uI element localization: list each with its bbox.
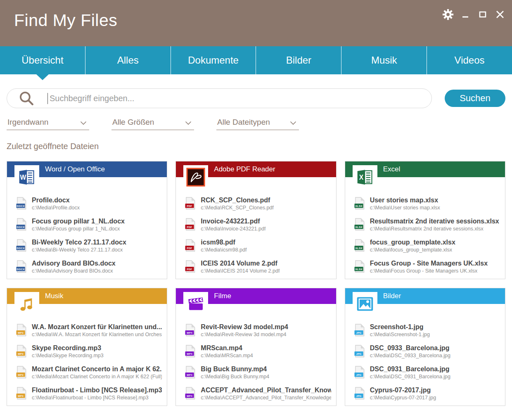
docx-file-icon: DOCX	[16, 260, 27, 273]
file-name: Bi-Weekly Telco 27.11.17.docx	[32, 238, 126, 247]
file-name: Invoice-243221.pdf	[201, 217, 265, 225]
tab-uebersicht[interactable]: Übersicht	[0, 46, 85, 74]
list-item[interactable]: MP3 Mozart Clarinet Concerto in A major …	[16, 362, 162, 383]
list-item[interactable]: PDF icsm98.pdfc:\Media\icsm98.pdf	[185, 235, 331, 256]
file-path: c:\Media\Cyprus-07-2017.jpg	[370, 394, 436, 401]
file-name: Focus group pillar 1_NL.docx	[32, 217, 125, 225]
svg-text:XLSX: XLSX	[355, 204, 363, 207]
list-item[interactable]: MP3 W.A. Mozart Konzert für Klarinetten …	[16, 320, 162, 341]
card-title: Bilder	[383, 288, 401, 304]
film-app-box	[183, 292, 208, 316]
music-note-icon	[18, 295, 36, 313]
file-list: MP4 Revit-Review 3d model.mp4c:\Media\Re…	[185, 320, 331, 404]
svg-text:MP3: MP3	[18, 331, 24, 334]
list-item[interactable]: DOCX Focus group pillar 1_NL.docxc:\Medi…	[16, 214, 162, 235]
filter-date-dropdown[interactable]: Irgendwann	[7, 116, 89, 130]
file-path: c:\Media\Big Buck Bunny.mp4	[201, 373, 269, 380]
minimize-button[interactable]	[459, 8, 472, 21]
card-title: Excel	[383, 161, 401, 177]
list-item[interactable]: MP4 ACCEPT_Advanced_Pilot_Transfer_Knowl…	[185, 383, 331, 404]
list-item[interactable]: PDF Invoice-243221.pdfc:\Media\Invoice-2…	[185, 214, 331, 235]
file-name: Focus Group - Site Managers UK.xlsx	[370, 259, 488, 268]
file-path: c:\Media\ACCEPT_Advanced_Pilot_Transfer_…	[201, 394, 331, 401]
card-musik: Musik MP3 W.A. Mozart Konzert für Klarin…	[7, 288, 167, 406]
list-item[interactable]: JPG Screenshot-1.jpgc:\Media\Screenshot-…	[354, 320, 500, 341]
svg-text:MP3: MP3	[18, 373, 24, 376]
file-path: c:\Media\Revit-Review 3d model.mp4	[201, 331, 288, 338]
list-item[interactable]: MP4 Big Buck Bunny.mp4c:\Media\Big Buck …	[185, 362, 331, 383]
file-path: c:\Media\Focus group pillar 1_NL.docx	[32, 225, 125, 232]
tab-bar: Übersicht Alles Dokumente Bilder Musik V…	[0, 46, 512, 74]
list-item[interactable]: XLSX Focus Group - Site Managers UK.xlsx…	[354, 256, 500, 277]
list-item[interactable]: PDF ICEIS 2014 Volume 2.pdfc:\Media\ICEI…	[185, 256, 331, 277]
tab-label: Alles	[117, 55, 139, 66]
file-path: c:\Media\icsm98.pdf	[201, 247, 247, 253]
file-name: Floatinurboat - Limbo [NCS Release].mp3	[32, 386, 162, 394]
svg-text:MP4: MP4	[187, 373, 193, 376]
close-button[interactable]	[494, 8, 506, 21]
file-name: Revit-Review 3d model.mp4	[201, 323, 288, 331]
docx-file-icon: DOCX	[16, 218, 27, 231]
svg-text:JPG: JPG	[356, 373, 361, 376]
search-input[interactable]	[48, 94, 431, 103]
jpg-file-icon: JPG	[354, 387, 365, 400]
title-bar: Find My Files	[0, 0, 512, 46]
file-name: DSC_0931_Barcelona.jpg	[370, 365, 450, 373]
file-list: JPG Screenshot-1.jpgc:\Media\Screenshot-…	[354, 320, 500, 404]
minimize-icon	[461, 10, 470, 19]
tab-label: Übersicht	[21, 55, 63, 66]
tab-videos[interactable]: Videos	[427, 46, 512, 74]
mp3-file-icon: MP3	[16, 365, 27, 379]
pdf-file-icon: PDF	[185, 260, 196, 273]
file-list: DOCX Profile.docxc:\Media\Profile.docx D…	[16, 193, 162, 277]
list-item[interactable]: JPG Cyprus-07-2017.jpgc:\Media\Cyprus-07…	[354, 383, 500, 404]
svg-text:DOCX: DOCX	[17, 225, 25, 228]
file-name: Big Buck Bunny.mp4	[201, 365, 269, 373]
filter-type-dropdown[interactable]: Alle Dateitypen	[216, 116, 299, 130]
file-name: MRScan.mp4	[201, 344, 253, 352]
list-item[interactable]: MP4 Revit-Review 3d model.mp4c:\Media\Re…	[185, 320, 331, 341]
mp4-file-icon: MP4	[185, 344, 196, 358]
list-item[interactable]: MP3 Skype Recording.mp3c:\Media\Skype Re…	[16, 341, 162, 362]
file-path: c:\Media\Bi-Weekly Telco 27.11.17.docx	[32, 247, 126, 253]
tab-alles[interactable]: Alles	[85, 46, 171, 74]
file-name: DSC_0933_Barcelona.jpg	[370, 344, 450, 352]
list-item[interactable]: XLSX focus_group_template.xlsxc:\Media\f…	[354, 235, 500, 256]
list-item[interactable]: DOCX Profile.docxc:\Media\Profile.docx	[16, 193, 162, 214]
mp3-file-icon: MP3	[16, 344, 27, 358]
list-item[interactable]: XLSX User stories map.xlsxc:\Media\User …	[354, 193, 500, 214]
docx-file-icon: DOCX	[16, 197, 27, 210]
maximize-button[interactable]	[476, 8, 489, 21]
list-item[interactable]: MP3 Floatinurboat - Limbo [NCS Release].…	[16, 383, 162, 404]
file-path: c:\Media\Profile.docx	[32, 204, 80, 211]
word-icon: W	[18, 168, 36, 186]
search-button[interactable]: Suchen	[445, 90, 505, 107]
mp4-file-icon: MP4	[185, 365, 196, 379]
list-item[interactable]: PDF RCK_SCP_Clones.pdfc:\Media\RCK_SCP_C…	[185, 193, 331, 214]
tab-musik[interactable]: Musik	[341, 46, 427, 74]
tab-label: Videos	[455, 55, 485, 66]
list-item[interactable]: XLSX Resultsmatrix 2nd iterative session…	[354, 214, 500, 235]
image-icon	[356, 295, 374, 313]
tab-dokumente[interactable]: Dokumente	[171, 46, 256, 74]
svg-text:MP3: MP3	[18, 352, 24, 355]
file-name: Skype Recording.mp3	[32, 344, 104, 352]
file-list: XLSX User stories map.xlsxc:\Media\User …	[354, 193, 500, 277]
tab-label: Dokumente	[188, 55, 239, 66]
list-item[interactable]: JPG DSC_0931_Barcelona.jpgc:\Media\DSC_0…	[354, 362, 500, 383]
docx-file-icon: DOCX	[16, 239, 27, 252]
list-item[interactable]: DOCX Bi-Weekly Telco 27.11.17.docxc:\Med…	[16, 235, 162, 256]
app-title: Find My Files	[14, 11, 117, 30]
list-item[interactable]: DOCX Advisory Board BIOs.docxc:\Media\Ad…	[16, 256, 162, 277]
svg-text:JPG: JPG	[356, 394, 361, 397]
filter-value: Alle Dateitypen	[217, 118, 270, 127]
tab-bilder[interactable]: Bilder	[256, 46, 341, 74]
card-bilder: Bilder JPG Screenshot-1.jpgc:\Media\Scre…	[345, 288, 505, 406]
filter-size-dropdown[interactable]: Alle Größen	[111, 116, 194, 130]
list-item[interactable]: JPG DSC_0933_Barcelona.jpgc:\Media\DSC_0…	[354, 341, 500, 362]
settings-button[interactable]	[442, 8, 454, 21]
file-name: Resultsmatrix 2nd iterative sessions.xls…	[370, 217, 499, 225]
section-title: Zuletzt geöffnete Dateien	[7, 142, 99, 151]
list-item[interactable]: MP4 MRScan.mp4c:\Media\MRScan.mp4	[185, 341, 331, 362]
svg-text:XLSX: XLSX	[355, 225, 363, 228]
